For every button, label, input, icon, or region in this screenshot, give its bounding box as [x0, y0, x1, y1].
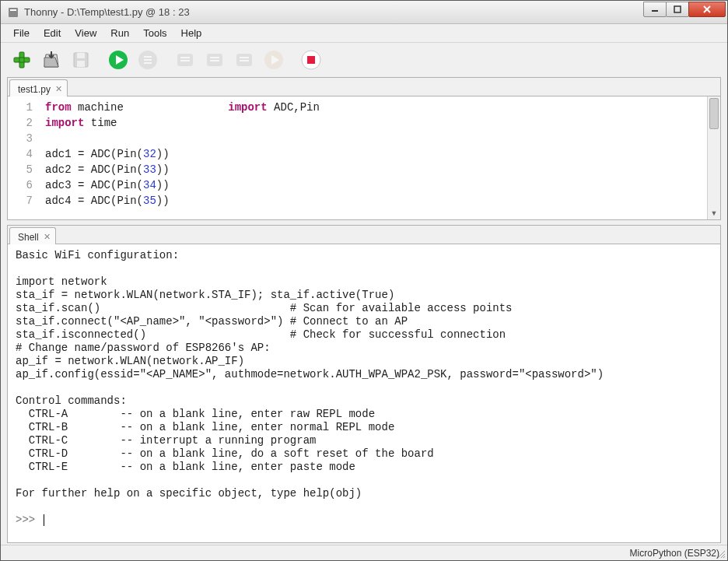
resize-grip[interactable] [716, 549, 725, 558]
shell-tab[interactable]: Shell ✕ [9, 227, 56, 244]
shell-prompt: >>> [16, 514, 42, 526]
save-file-button[interactable] [68, 47, 94, 73]
svg-rect-24 [210, 60, 219, 61]
svg-rect-3 [674, 6, 681, 12]
open-file-button[interactable] [38, 47, 65, 73]
editor-panel: test1.py ✕ 1 2 3 4 5 6 7 from machine im… [7, 77, 721, 220]
statusbar: MicroPython (ESP32) [1, 545, 727, 560]
maximize-button[interactable] [666, 2, 689, 17]
debug-button[interactable] [135, 47, 161, 73]
shell-tabstrip: Shell ✕ [8, 226, 720, 244]
svg-rect-0 [9, 8, 18, 17]
app-window: Thonny - D:\Temp\test1.py @ 18 : 23 File… [0, 0, 728, 561]
new-file-button[interactable] [9, 47, 35, 73]
line-number: 4 [8, 146, 33, 162]
content-area: test1.py ✕ 1 2 3 4 5 6 7 from machine im… [1, 77, 727, 545]
menu-tools[interactable]: Tools [137, 26, 173, 40]
step-over-icon [175, 50, 195, 70]
menu-help[interactable]: Help [175, 26, 208, 40]
resume-icon [264, 50, 284, 70]
backend-label[interactable]: MicroPython (ESP32) [630, 548, 719, 559]
editor-tabstrip: test1.py ✕ [8, 78, 720, 96]
line-number: 7 [8, 193, 33, 209]
minimize-button[interactable] [643, 2, 667, 17]
shell-tab-label: Shell [18, 232, 39, 243]
svg-rect-11 [77, 53, 85, 58]
editor-body: 1 2 3 4 5 6 7 from machine import ADC,Pi… [8, 96, 720, 219]
plus-icon [12, 50, 32, 70]
close-button[interactable] [688, 2, 726, 17]
step-out-icon [234, 50, 254, 70]
svg-rect-18 [144, 62, 152, 64]
svg-rect-27 [240, 60, 249, 61]
svg-rect-20 [180, 57, 190, 58]
open-icon [41, 50, 61, 70]
scroll-down-icon[interactable]: ▼ [708, 207, 720, 219]
resume-button[interactable] [261, 47, 287, 73]
shell-panel: Shell ✕ Basic WiFi configuration: import… [7, 225, 721, 543]
save-icon [71, 50, 91, 70]
editor-tab[interactable]: test1.py ✕ [9, 79, 68, 96]
svg-rect-12 [77, 61, 85, 67]
stop-button[interactable] [298, 47, 324, 73]
line-gutter: 1 2 3 4 5 6 7 [8, 96, 40, 219]
cursor [44, 514, 44, 526]
menubar: File Edit View Run Tools Help [1, 24, 727, 43]
line-number: 5 [8, 162, 33, 177]
line-number: 6 [8, 177, 33, 193]
window-title: Thonny - D:\Temp\test1.py @ 18 : 23 [24, 6, 644, 18]
svg-rect-26 [240, 57, 249, 58]
titlebar[interactable]: Thonny - D:\Temp\test1.py @ 18 : 23 [1, 1, 727, 24]
step-list-icon [138, 50, 158, 70]
scroll-thumb[interactable] [709, 98, 719, 129]
line-number: 1 [8, 100, 33, 115]
shell-text: Basic WiFi configuration: import network… [16, 249, 604, 500]
svg-rect-23 [210, 57, 219, 58]
play-icon [108, 50, 128, 70]
menu-edit[interactable]: Edit [37, 26, 67, 40]
shell-output[interactable]: Basic WiFi configuration: import network… [8, 244, 720, 542]
app-icon [7, 6, 19, 19]
code-editor[interactable]: from machine import ADC,Pin import time … [40, 96, 707, 219]
editor-tab-label: test1.py [18, 84, 51, 95]
svg-rect-17 [144, 59, 152, 61]
close-icon[interactable]: ✕ [55, 84, 62, 94]
line-number: 3 [8, 131, 33, 146]
step-out-button[interactable] [231, 47, 257, 73]
step-over-button[interactable] [172, 47, 198, 73]
svg-rect-16 [144, 56, 152, 58]
menu-view[interactable]: View [68, 26, 103, 40]
window-controls [644, 2, 726, 19]
line-number: 2 [8, 115, 33, 131]
menu-file[interactable]: File [7, 26, 36, 40]
toolbar [1, 43, 727, 77]
svg-rect-31 [307, 56, 315, 64]
svg-rect-21 [180, 60, 190, 61]
menu-run[interactable]: Run [104, 26, 135, 40]
close-icon[interactable]: ✕ [44, 232, 51, 242]
editor-scrollbar[interactable]: ▲ ▼ [707, 96, 720, 219]
step-into-icon [205, 50, 225, 70]
svg-rect-1 [10, 9, 16, 11]
step-into-button[interactable] [201, 47, 228, 73]
run-button[interactable] [105, 47, 131, 73]
stop-icon [301, 50, 321, 70]
svg-rect-7 [14, 58, 30, 62]
